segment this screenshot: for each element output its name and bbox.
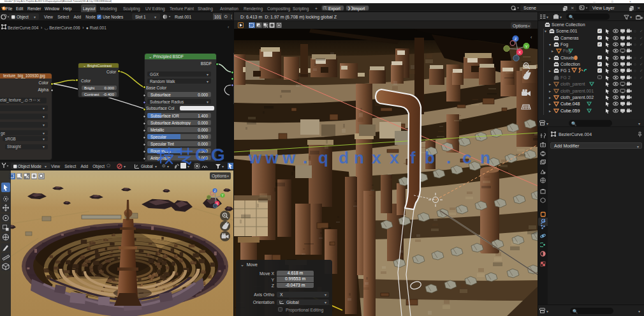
svg-text:Y: Y bbox=[221, 194, 223, 197]
svg-text:Z: Z bbox=[515, 37, 517, 41]
svg-text:Y: Y bbox=[525, 45, 527, 49]
svg-text:Z: Z bbox=[214, 190, 216, 193]
svg-text:X: X bbox=[518, 50, 521, 54]
